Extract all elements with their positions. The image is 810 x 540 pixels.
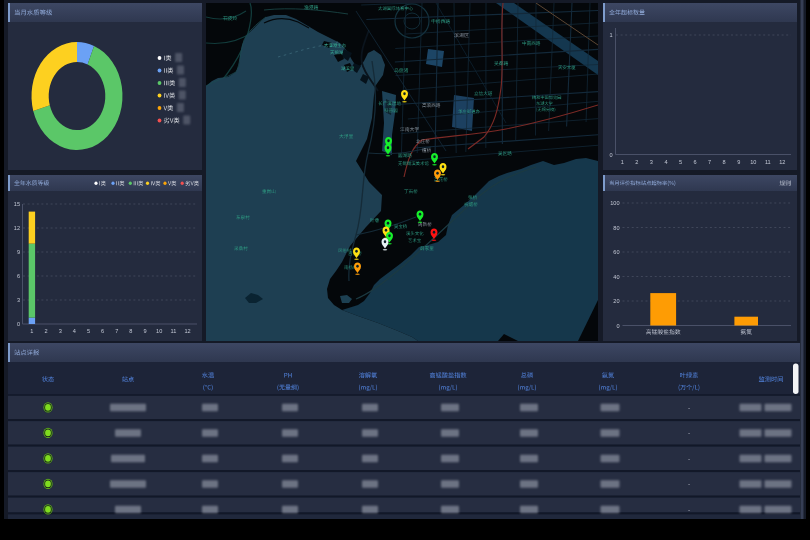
svg-text:1: 1 [621,159,624,165]
svg-text:2: 2 [44,328,47,334]
svg-text:6: 6 [101,328,104,334]
svg-text:-: - [688,480,690,487]
svg-text:9: 9 [143,328,146,334]
svg-text:2: 2 [635,159,638,165]
svg-text:-: - [688,506,690,513]
svg-text:10: 10 [156,328,162,334]
svg-text:20: 20 [613,298,619,304]
svg-text:12: 12 [184,328,190,334]
svg-text:12: 12 [779,159,785,165]
svg-text:0: 0 [17,321,20,327]
svg-text:1: 1 [30,328,33,334]
svg-text:15: 15 [14,201,20,207]
svg-text:9: 9 [737,159,740,165]
svg-text:5: 5 [87,328,90,334]
svg-text:4: 4 [664,159,667,165]
svg-text:8: 8 [129,328,132,334]
svg-text:40: 40 [613,274,619,280]
svg-text:8: 8 [723,159,726,165]
svg-text:100: 100 [610,200,619,206]
svg-text:11: 11 [765,159,771,165]
svg-text:-: - [688,404,690,411]
svg-text:9: 9 [17,249,20,255]
svg-text:4: 4 [73,328,76,334]
svg-text:6: 6 [693,159,696,165]
svg-text:7: 7 [115,328,118,334]
svg-text:5: 5 [679,159,682,165]
svg-text:6: 6 [17,273,20,279]
svg-text:60: 60 [613,249,619,255]
svg-text:3: 3 [650,159,653,165]
svg-text:3: 3 [59,328,62,334]
svg-text:1: 1 [609,32,612,38]
svg-text:7: 7 [708,159,711,165]
svg-text:12: 12 [14,225,20,231]
svg-text:10: 10 [750,159,756,165]
svg-text:80: 80 [613,225,619,231]
svg-text:0: 0 [609,152,612,158]
svg-text:11: 11 [170,328,176,334]
svg-text:0: 0 [616,323,619,329]
svg-text:-: - [688,455,690,462]
svg-text:3: 3 [17,297,20,303]
svg-text:-: - [688,429,690,436]
